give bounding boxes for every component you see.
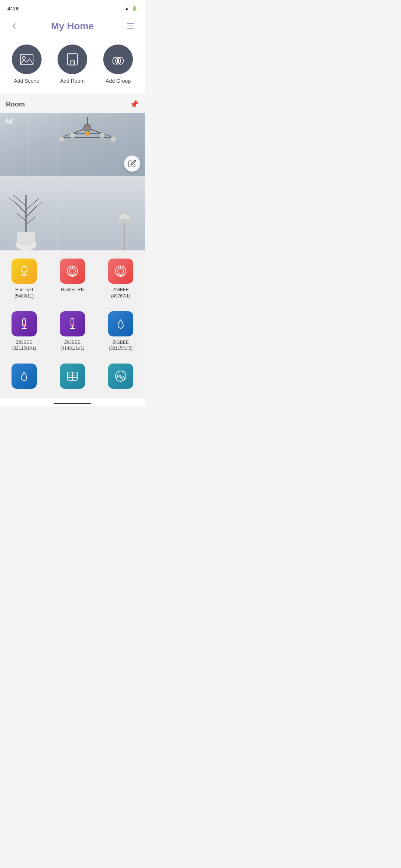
device-grid: Hue Ty~l(5489/11) Nantes IRB [0,250,145,398]
tree-decoration [7,184,45,250]
device-zigbee1-icon [108,259,133,284]
svg-point-41 [21,266,27,272]
add-room-label: Add Room [60,78,85,84]
device-zigbee2-label: ZIGBEE(32115/1#1) [12,339,36,352]
add-room-icon [58,45,87,74]
menu-button[interactable] [124,19,137,33]
device-zigbee6[interactable] [48,357,97,397]
add-scene-icon [12,45,42,74]
device-zigbee6-icon [60,364,85,389]
svg-line-30 [26,206,37,217]
svg-point-48 [118,268,124,274]
chandelier-decoration [50,117,124,161]
lamp-decoration [115,198,134,250]
pin-icon: 📌 [130,100,139,109]
device-zigbee7-icon [108,364,133,389]
svg-point-53 [23,324,25,326]
room-image-bottom [0,176,145,250]
svg-rect-27 [17,232,35,243]
add-group-icon [103,45,133,74]
device-zigbee3[interactable]: ZIGBEE(41481/1#1) [48,305,97,357]
device-hue-icon [12,259,37,284]
device-zigbee2-icon [12,311,37,336]
svg-rect-5 [68,54,78,65]
room-section-title: Room [6,101,25,108]
device-zigbee5-icon [12,364,37,389]
device-zigbee4-icon [108,311,133,336]
add-room-button[interactable]: Add Room [49,45,95,84]
device-nantes-label: Nantes IRB [61,287,84,293]
svg-point-22 [100,133,105,138]
device-zigbee5[interactable] [0,357,48,397]
add-scene-button[interactable]: Add Scene [4,45,49,84]
room-card: All [0,113,145,398]
device-zigbee4[interactable]: ZIGBEE(32115/1#2) [97,305,145,357]
device-zigbee3-label: ZIGBEE(41481/1#1) [61,339,85,352]
svg-point-11 [118,57,123,64]
svg-line-35 [9,198,15,202]
back-button[interactable] [7,19,21,33]
device-nantes-icon [60,259,85,284]
room-image-top: All [0,113,145,176]
svg-point-25 [85,131,89,136]
device-hue[interactable]: Hue Ty~l(5489/11) [0,252,48,305]
app-header: My Home [0,15,145,39]
svg-line-32 [26,198,39,210]
battery-icon: 🔋 [131,6,137,11]
status-icons: ▲ 🔋 [124,6,137,11]
svg-point-10 [113,57,118,64]
device-zigbee7[interactable] [97,357,145,397]
svg-point-4 [22,56,25,59]
svg-line-34 [26,217,35,224]
svg-point-24 [84,124,91,132]
svg-rect-3 [20,55,33,65]
svg-point-21 [70,133,75,138]
device-hue-label: Hue Ty~l(5489/11) [14,287,33,299]
room-section-header: Room 📌 [0,93,145,113]
svg-line-31 [13,195,26,206]
svg-point-7 [73,62,74,63]
device-zigbee1-label: ZIGBEE(49767/1) [111,287,130,299]
device-zigbee2[interactable]: ZIGBEE(32115/1#1) [0,305,48,357]
status-bar: 4:19 ▲ 🔋 [0,0,145,15]
add-group-button[interactable]: Add Group [95,45,141,84]
add-group-label: Add Group [105,78,131,84]
device-nantes[interactable]: Nantes IRB [48,252,97,305]
svg-line-33 [17,213,26,221]
svg-line-36 [37,202,43,206]
svg-point-20 [110,136,116,142]
device-zigbee4-label: ZIGBEE(32115/1#2) [109,339,133,352]
status-time: 4:19 [7,5,19,11]
quick-actions: Add Scene Add Room Add Group [0,39,145,93]
svg-point-40 [117,218,132,223]
all-label: All [5,118,13,125]
add-scene-label: Add Scene [14,78,39,84]
edit-room-button[interactable] [124,155,140,172]
bottom-strip [0,398,145,406]
device-zigbee3-icon [60,311,85,336]
svg-point-57 [71,324,74,326]
page-title: My Home [21,20,124,32]
svg-point-19 [58,136,64,142]
wifi-icon: ▲ [124,6,129,11]
svg-line-29 [15,202,26,213]
device-zigbee1[interactable]: ZIGBEE(49767/1) [97,252,145,305]
svg-point-45 [69,268,75,274]
home-indicator [54,403,91,404]
